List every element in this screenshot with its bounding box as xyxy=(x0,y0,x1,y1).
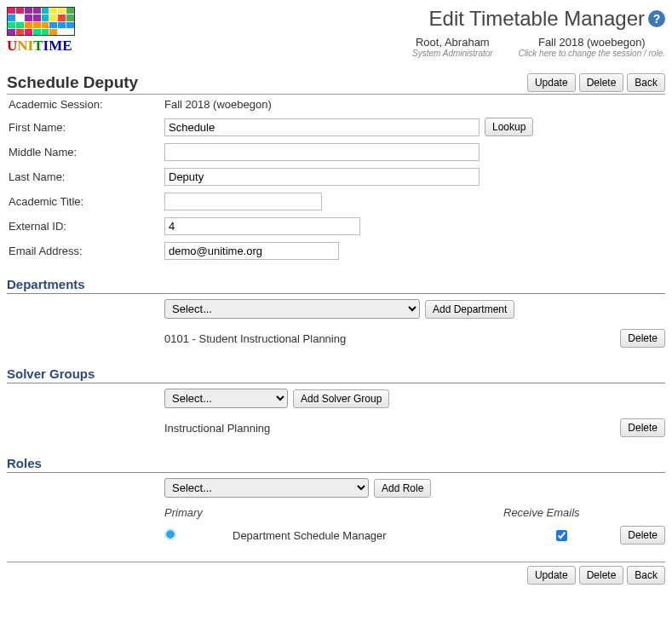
departments-heading: Departments xyxy=(7,277,665,294)
role-select[interactable]: Select... xyxy=(164,478,369,498)
lookup-button[interactable]: Lookup xyxy=(485,118,533,136)
solver-groups-heading: Solver Groups xyxy=(7,366,665,383)
footer-update-button[interactable]: Update xyxy=(527,566,576,585)
solver-group-row: Instructional Planning Delete xyxy=(7,413,665,442)
add-solver-group-button[interactable]: Add Solver Group xyxy=(293,389,389,408)
department-select[interactable]: Select... xyxy=(164,299,420,319)
email-label: Email Address: xyxy=(7,245,164,257)
first-name-label: First Name: xyxy=(7,121,164,134)
logo-grid-icon xyxy=(7,7,75,36)
user-name: Root, Abraham xyxy=(412,36,493,49)
role-delete-button[interactable]: Delete xyxy=(620,526,665,545)
role-receive-checkbox[interactable] xyxy=(556,530,567,541)
last-name-input[interactable] xyxy=(164,168,480,186)
academic-title-input[interactable] xyxy=(164,193,322,210)
email-input[interactable] xyxy=(164,242,339,260)
external-id-label: External ID: xyxy=(7,220,164,233)
academic-session-value: Fall 2018 (woebegon) xyxy=(164,98,665,111)
footer-back-button[interactable]: Back xyxy=(627,566,665,585)
role-label: Department Schedule Manager xyxy=(233,529,503,542)
solver-group-label: Instructional Planning xyxy=(164,422,620,435)
page-top-title: Edit Timetable Manager xyxy=(429,7,645,31)
footer-delete-button[interactable]: Delete xyxy=(579,566,624,585)
roles-primary-header: Primary xyxy=(164,506,233,519)
department-row: 0101 - Student Instructional Planning De… xyxy=(7,324,665,353)
roles-heading: Roles xyxy=(7,456,665,473)
role-primary-radio[interactable] xyxy=(164,528,176,540)
solver-group-select[interactable]: Select... xyxy=(164,389,288,408)
middle-name-input[interactable] xyxy=(164,143,480,161)
logo: UNITIME xyxy=(7,7,83,55)
session-name[interactable]: Fall 2018 (woebegon) xyxy=(519,36,665,49)
help-icon[interactable]: ? xyxy=(648,10,665,27)
logo-text: UNITIME xyxy=(7,37,83,55)
middle-name-label: Middle Name: xyxy=(7,146,164,158)
session-hint[interactable]: Click here to change the session / role. xyxy=(519,49,665,58)
department-label: 0101 - Student Instructional Planning xyxy=(164,332,620,345)
solver-group-delete-button[interactable]: Delete xyxy=(620,418,665,437)
page-title: Schedule Deputy xyxy=(7,73,138,92)
external-id-input[interactable] xyxy=(164,217,360,235)
last-name-label: Last Name: xyxy=(7,170,164,183)
delete-button[interactable]: Delete xyxy=(579,73,624,92)
academic-session-label: Academic Session: xyxy=(7,98,164,111)
back-button[interactable]: Back xyxy=(627,73,665,92)
add-role-button[interactable]: Add Role xyxy=(374,479,431,498)
first-name-input[interactable] xyxy=(164,118,480,136)
academic-title-label: Academic Title: xyxy=(7,195,164,208)
role-row: Department Schedule Manager Delete xyxy=(7,522,665,548)
department-delete-button[interactable]: Delete xyxy=(620,329,665,348)
add-department-button[interactable]: Add Department xyxy=(425,300,514,319)
update-button[interactable]: Update xyxy=(527,73,576,92)
roles-receive-header: Receive Emails xyxy=(503,506,618,519)
user-role: System Administrator xyxy=(412,49,493,58)
